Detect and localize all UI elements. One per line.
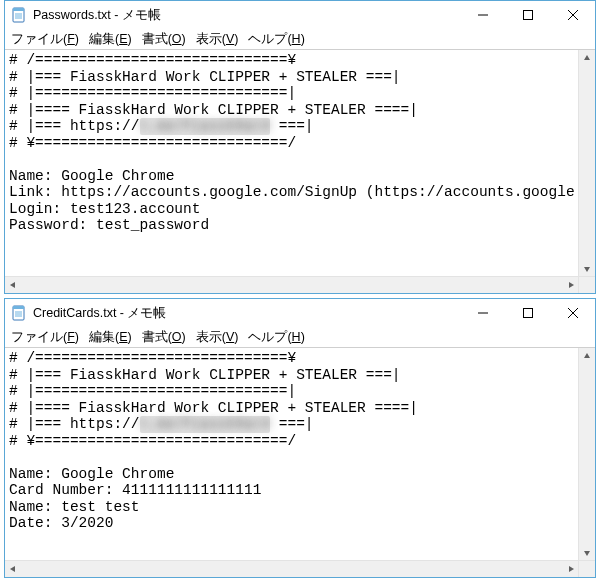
svg-marker-11	[10, 282, 15, 288]
scroll-up-icon[interactable]	[579, 348, 595, 364]
menu-help[interactable]: ヘルプ(H)	[246, 329, 306, 346]
svg-rect-1	[13, 8, 24, 11]
redacted-url: t.me/FiasskHard	[140, 118, 271, 135]
text-area[interactable]: # /=============================¥ # |===…	[5, 49, 595, 293]
window-title: CreditCards.txt - メモ帳	[33, 305, 460, 322]
svg-marker-23	[584, 551, 590, 556]
title-bar[interactable]: Passwords.txt - メモ帳	[5, 1, 595, 29]
window-controls	[460, 299, 595, 327]
menu-bar: ファイル(F) 編集(E) 書式(O) 表示(V) ヘルプ(H)	[5, 327, 595, 347]
scroll-right-icon[interactable]	[563, 561, 579, 577]
menu-format[interactable]: 書式(O)	[140, 31, 188, 48]
svg-marker-12	[569, 282, 574, 288]
menu-file[interactable]: ファイル(F)	[9, 329, 81, 346]
scroll-down-icon[interactable]	[579, 261, 595, 277]
maximize-button[interactable]	[505, 299, 550, 327]
scroll-down-icon[interactable]	[579, 545, 595, 561]
menu-view[interactable]: 表示(V)	[194, 31, 241, 48]
maximize-button[interactable]	[505, 1, 550, 29]
menu-edit[interactable]: 編集(E)	[87, 329, 134, 346]
menu-edit[interactable]: 編集(E)	[87, 31, 134, 48]
menu-file[interactable]: ファイル(F)	[9, 31, 81, 48]
notepad-icon	[11, 305, 27, 321]
window-controls	[460, 1, 595, 29]
scroll-left-icon[interactable]	[5, 561, 21, 577]
scrollbar-corner	[578, 560, 595, 577]
menu-format[interactable]: 書式(O)	[140, 329, 188, 346]
text-body[interactable]: # /=============================¥ # |===…	[5, 348, 595, 534]
scrollbar-vertical[interactable]	[578, 50, 595, 277]
notepad-window-passwords: Passwords.txt - メモ帳 ファイル(F) 編集(E) 書式(O) …	[4, 0, 596, 294]
scroll-up-icon[interactable]	[579, 50, 595, 66]
scrollbar-vertical[interactable]	[578, 348, 595, 561]
menu-view[interactable]: 表示(V)	[194, 329, 241, 346]
scroll-left-icon[interactable]	[5, 277, 21, 293]
scrollbar-corner	[578, 276, 595, 293]
svg-line-7	[568, 10, 578, 20]
menu-bar: ファイル(F) 編集(E) 書式(O) 表示(V) ヘルプ(H)	[5, 29, 595, 49]
svg-line-20	[568, 308, 578, 318]
title-bar[interactable]: CreditCards.txt - メモ帳	[5, 299, 595, 327]
scrollbar-horizontal[interactable]	[5, 560, 579, 577]
svg-line-21	[568, 308, 578, 318]
svg-marker-25	[569, 566, 574, 572]
minimize-button[interactable]	[460, 299, 505, 327]
text-body[interactable]: # /=============================¥ # |===…	[5, 50, 595, 236]
scroll-right-icon[interactable]	[563, 277, 579, 293]
svg-rect-6	[523, 11, 532, 20]
svg-marker-24	[10, 566, 15, 572]
notepad-icon	[11, 7, 27, 23]
scrollbar-horizontal[interactable]	[5, 276, 579, 293]
svg-marker-9	[584, 55, 590, 60]
svg-marker-22	[584, 353, 590, 358]
close-button[interactable]	[550, 299, 595, 327]
window-title: Passwords.txt - メモ帳	[33, 7, 460, 24]
svg-marker-10	[584, 267, 590, 272]
close-button[interactable]	[550, 1, 595, 29]
menu-help[interactable]: ヘルプ(H)	[246, 31, 306, 48]
notepad-window-creditcards: CreditCards.txt - メモ帳 ファイル(F) 編集(E) 書式(O…	[4, 298, 596, 578]
svg-rect-19	[523, 309, 532, 318]
minimize-button[interactable]	[460, 1, 505, 29]
redacted-url: t.me/FiasskHard	[140, 416, 271, 433]
svg-rect-14	[13, 306, 24, 309]
svg-line-8	[568, 10, 578, 20]
text-area[interactable]: # /=============================¥ # |===…	[5, 347, 595, 577]
